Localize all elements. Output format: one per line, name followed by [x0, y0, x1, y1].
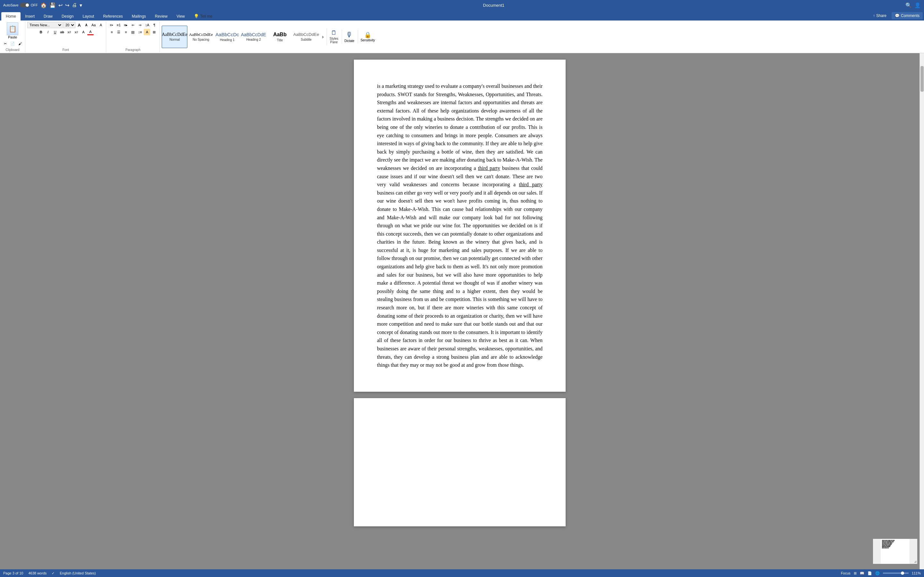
- autosave-section[interactable]: AutoSave OFF: [3, 3, 38, 7]
- tab-mailings[interactable]: Mailings: [128, 12, 150, 21]
- style-h1-label: Heading 1: [220, 38, 234, 42]
- style-title-preview: AaBb: [273, 31, 286, 37]
- tab-references[interactable]: References: [99, 12, 127, 21]
- style-title[interactable]: AaBb Title: [267, 26, 292, 48]
- scrollbar[interactable]: [919, 53, 924, 569]
- copy-button[interactable]: 📄: [9, 40, 16, 47]
- show-formatting-button[interactable]: ¶: [151, 22, 158, 28]
- paragraph-label: Paragraph: [126, 47, 141, 52]
- cut-button[interactable]: ✂: [2, 40, 8, 47]
- read-mode-icon[interactable]: 📖: [860, 571, 864, 575]
- redo-icon[interactable]: ↪: [65, 2, 69, 8]
- status-right: Focus ⊞ 📖 📄 🌐 111%: [841, 571, 921, 575]
- tab-design[interactable]: Design: [57, 12, 78, 21]
- font-top-row: Times New... 20 12 14 16 A A Aa A: [27, 22, 104, 28]
- zoom-level: 111%: [912, 571, 921, 575]
- share-icon: ↑: [873, 13, 875, 18]
- save-icon[interactable]: 💾: [49, 2, 56, 8]
- styles-pane-button[interactable]: 🗒 StylesPane: [326, 28, 341, 45]
- comments-button[interactable]: 💬 Comments: [892, 12, 923, 19]
- autosave-toggle[interactable]: [20, 3, 29, 7]
- paste-button[interactable]: 📋 Paste: [5, 22, 20, 40]
- multilevel-button[interactable]: ≡▸: [123, 22, 129, 28]
- zoom-slider[interactable]: [883, 572, 909, 574]
- zoom-thumb: [901, 572, 904, 575]
- style-subtitle-label: Subtitle: [301, 38, 312, 41]
- title-bar-left: AutoSave OFF 🏠 💾 ↩ ↪ 🖨 ▾: [3, 2, 82, 8]
- align-center-button[interactable]: ☰: [115, 29, 122, 35]
- main-area: is a marketing strategy used to evaluate…: [0, 53, 924, 569]
- italic-button[interactable]: I: [45, 29, 51, 35]
- change-case-button[interactable]: Aa: [90, 22, 97, 28]
- lightbulb-icon: 💡: [194, 14, 199, 19]
- style-heading1[interactable]: AaBbCcDc Heading 1: [214, 26, 240, 48]
- print-icon[interactable]: 🖨: [72, 2, 77, 8]
- page-indicator: Page 3 of 10: [3, 571, 23, 575]
- focus-button[interactable]: Focus: [841, 571, 851, 575]
- comment-icon: 💬: [895, 13, 900, 18]
- font-family-select[interactable]: Times New...: [27, 22, 63, 28]
- sort-button[interactable]: ↕A: [144, 22, 150, 28]
- text-highlight-button[interactable]: A: [80, 29, 87, 35]
- align-left-button[interactable]: ≡: [108, 29, 115, 35]
- shading-button[interactable]: A: [144, 29, 150, 35]
- bold-button[interactable]: B: [38, 29, 44, 35]
- tab-draw[interactable]: Draw: [39, 12, 57, 21]
- document-page-next[interactable]: [354, 398, 565, 526]
- tab-insert[interactable]: Insert: [21, 12, 39, 21]
- resize-handle[interactable]: ⊿: [914, 560, 917, 563]
- undo-icon[interactable]: ↩: [58, 2, 63, 8]
- scrollbar-thumb[interactable]: [921, 66, 924, 92]
- mini-doc-content: ████ ████ ████ ██ ███ ████ ██ ███████ ██…: [881, 539, 909, 564]
- font-size-select[interactable]: 20 12 14 16: [63, 22, 75, 28]
- style-heading2[interactable]: AaBbCcDdE Heading 2: [241, 26, 266, 48]
- dictate-button[interactable]: 🎙 Dictate: [342, 29, 357, 44]
- ribbon-tabs: Home Insert Draw Design Layout Reference…: [0, 10, 924, 21]
- web-view-icon[interactable]: 🌐: [875, 571, 880, 575]
- clipboard-group: 📋 Paste ✂ 📄 🖌 Clipboard: [0, 21, 25, 52]
- bullets-button[interactable]: ≡•: [108, 22, 115, 28]
- word-count: 4638 words: [28, 571, 47, 575]
- search-icon[interactable]: 🔍: [905, 2, 912, 8]
- underline-button[interactable]: U: [52, 29, 58, 35]
- subscript-button[interactable]: x2: [66, 29, 73, 35]
- font-label: Font: [63, 47, 69, 52]
- tab-tell-me[interactable]: 💡 Tell me: [189, 12, 217, 21]
- numbering-button[interactable]: ≡1: [115, 22, 122, 28]
- layout-view-icon[interactable]: ⊞: [854, 571, 857, 575]
- borders-button[interactable]: ⊞: [151, 29, 157, 35]
- tab-home[interactable]: Home: [1, 12, 21, 21]
- document-page[interactable]: is a marketing strategy used to evaluate…: [354, 60, 565, 392]
- style-normal[interactable]: AaBbCcDdEe Normal: [162, 26, 187, 48]
- decrease-indent-button[interactable]: ⇐: [129, 22, 136, 28]
- superscript-button[interactable]: x2: [73, 29, 79, 35]
- sensitivity-button[interactable]: 🔒 Sensitivity: [358, 30, 378, 43]
- clear-formatting-button[interactable]: A: [97, 22, 104, 28]
- tab-view[interactable]: View: [172, 12, 189, 21]
- home-icon[interactable]: 🏠: [40, 2, 47, 8]
- line-spacing-button[interactable]: ↕≡: [137, 29, 143, 35]
- more-styles-button[interactable]: ›: [320, 34, 326, 40]
- styles-pane-label: StylesPane: [330, 37, 338, 44]
- grow-font-button[interactable]: A: [76, 22, 82, 28]
- shrink-font-button[interactable]: A: [83, 22, 89, 28]
- toggle-knob: [26, 3, 29, 7]
- tab-layout[interactable]: Layout: [78, 12, 99, 21]
- proofing-icon[interactable]: ✓: [52, 571, 55, 575]
- document-scroll[interactable]: is a marketing strategy used to evaluate…: [0, 53, 919, 569]
- share-button[interactable]: ↑ Share: [870, 12, 890, 19]
- increase-indent-button[interactable]: ⇒: [137, 22, 143, 28]
- options-icon[interactable]: ▾: [79, 2, 82, 8]
- justify-button[interactable]: ▤: [129, 29, 136, 35]
- font-color-button[interactable]: A: [87, 29, 94, 35]
- tab-review[interactable]: Review: [150, 12, 172, 21]
- styles-pane-icon: 🗒: [331, 29, 337, 36]
- format-painter-button[interactable]: 🖌: [17, 40, 23, 47]
- print-view-icon[interactable]: 📄: [867, 571, 872, 575]
- autosave-label: AutoSave: [3, 3, 19, 7]
- align-right-button[interactable]: ≡: [123, 29, 129, 35]
- user-icon[interactable]: 👤: [914, 2, 921, 8]
- strikethrough-button[interactable]: ab: [59, 29, 65, 35]
- style-subtitle[interactable]: AaBbCcDdEe Subtitle: [293, 26, 319, 48]
- style-no-spacing[interactable]: AaBbCcDdEe No Spacing: [188, 26, 214, 48]
